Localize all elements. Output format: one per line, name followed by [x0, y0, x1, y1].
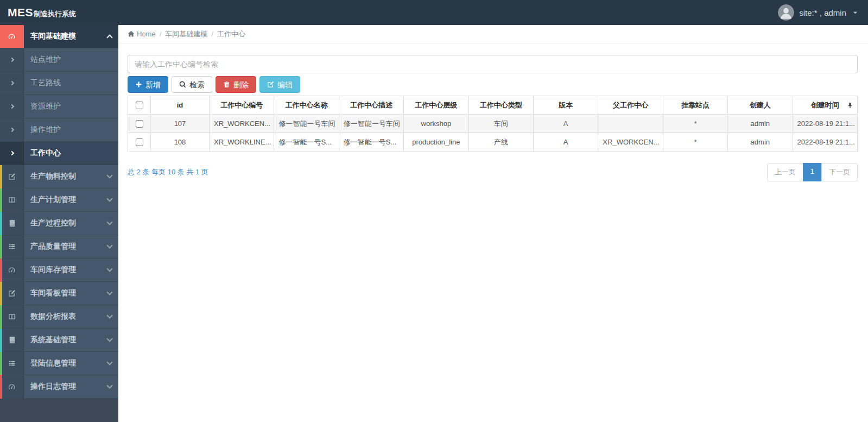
- plus-icon: [135, 81, 142, 88]
- prev-page-button[interactable]: 上一页: [767, 163, 803, 181]
- chevron-down-icon: [106, 336, 112, 342]
- column-header[interactable]: id: [151, 96, 210, 115]
- next-page-button[interactable]: 下一页: [821, 163, 858, 181]
- user-menu[interactable]: site:* , admin: [778, 4, 858, 21]
- chevron-down-icon: [106, 266, 112, 272]
- pencil-square-icon: [0, 282, 24, 305]
- chevron-down-icon: [106, 219, 112, 225]
- sidebar-item[interactable]: 登陆信息管理: [0, 352, 118, 375]
- color-strip: [0, 259, 2, 282]
- search-button[interactable]: 检索: [172, 76, 212, 93]
- color-strip: [0, 352, 2, 375]
- add-button[interactable]: 新增: [128, 76, 168, 93]
- color-strip: [0, 188, 2, 212]
- sidebar-item-label: 车间基础建模: [30, 32, 107, 41]
- chevron-right-icon: [0, 118, 24, 141]
- table-header-row: id工作中心编号工作中心名称工作中心描述工作中心层级工作中心类型版本父工作中心挂…: [128, 96, 858, 115]
- sidebar-item-label: 生产计划管理: [30, 195, 107, 205]
- sidebar-item[interactable]: 生产物料控制: [0, 165, 118, 188]
- sidebar-subitem[interactable]: 操作维护: [0, 118, 118, 142]
- pencil-square-icon: [0, 165, 24, 188]
- sidebar-item[interactable]: 生产过程控制: [0, 212, 118, 235]
- cell: 108: [151, 133, 210, 152]
- home-icon: [128, 30, 135, 37]
- work-center-table: id工作中心编号工作中心名称工作中心描述工作中心层级工作中心类型版本父工作中心挂…: [128, 96, 858, 152]
- search-input[interactable]: [128, 55, 858, 73]
- layout: 车间基础建模站点维护工艺路线资源维护操作维护工作中心生产物料控制生产计划管理生产…: [0, 25, 868, 422]
- cell: A: [533, 133, 598, 152]
- sidebar-item[interactable]: 产品质量管理: [0, 235, 118, 259]
- cell: 修一智能一号车间: [274, 115, 339, 133]
- sidebar-subitem[interactable]: 资源维护: [0, 95, 118, 118]
- column-header-label: 挂靠站点: [681, 101, 709, 109]
- sidebar-item[interactable]: 车间库存管理: [0, 259, 118, 282]
- cell: admin: [728, 115, 793, 133]
- breadcrumb-home[interactable]: Home: [137, 30, 156, 38]
- color-strip: [0, 329, 2, 352]
- sidebar-item[interactable]: 系统基础管理: [0, 329, 118, 352]
- cell: 产线: [468, 133, 533, 152]
- cell: 修一智能一号S...: [274, 133, 339, 152]
- column-header[interactable]: 挂靠站点: [663, 96, 727, 115]
- column-header-label: 创建时间: [811, 101, 839, 109]
- column-header[interactable]: 创建人: [728, 96, 793, 115]
- column-header[interactable]: 工作中心编号: [210, 96, 274, 115]
- row-checkbox[interactable]: [136, 138, 143, 146]
- sidebar-item-label: 车间看板管理: [30, 288, 107, 298]
- column-header[interactable]: 创建时间: [793, 96, 857, 115]
- list-icon: [0, 352, 24, 375]
- cell: XR_WORKLINE...: [210, 133, 274, 152]
- logo-mes: MES: [8, 6, 33, 19]
- row-checkbox[interactable]: [136, 120, 143, 128]
- column-header[interactable]: 工作中心描述: [339, 96, 403, 115]
- cell: *: [663, 115, 727, 133]
- column-header[interactable]: 工作中心类型: [468, 96, 533, 115]
- delete-button[interactable]: 删除: [216, 76, 256, 93]
- column-header-label: 工作中心层级: [415, 101, 457, 109]
- chevron-down-icon: [106, 242, 112, 248]
- column-header[interactable]: 工作中心层级: [404, 96, 468, 115]
- column-header[interactable]: 父工作中心: [598, 96, 663, 115]
- gauge-icon: [0, 25, 24, 48]
- cell: workshop: [404, 115, 468, 133]
- sidebar-subitem-label: 操作维护: [30, 125, 112, 135]
- table-row: 108XR_WORKLINE...修一智能一号S...修一智能一号S...pro…: [128, 133, 858, 152]
- page-1-button[interactable]: 1: [803, 163, 822, 181]
- columns-icon: [0, 305, 24, 328]
- sidebar-item[interactable]: 车间看板管理: [0, 282, 118, 305]
- chevron-right-icon: [0, 72, 24, 95]
- edit-button[interactable]: 编辑: [259, 76, 300, 93]
- sidebar-item[interactable]: 生产计划管理: [0, 188, 118, 212]
- column-header[interactable]: 版本: [533, 96, 598, 115]
- chevron-right-icon: [0, 142, 24, 165]
- color-strip: [0, 282, 2, 305]
- sidebar-item[interactable]: 数据分析报表: [0, 305, 118, 329]
- sidebar-item[interactable]: 操作日志管理: [0, 375, 118, 399]
- sidebar-subitem[interactable]: 站点维护: [0, 48, 118, 72]
- sidebar-subitem[interactable]: 工作中心: [0, 142, 118, 165]
- column-header-label: 工作中心名称: [286, 101, 328, 109]
- table-row: 107XR_WORKCEN...修一智能一号车间修一智能一号车间workshop…: [128, 115, 858, 133]
- gauge-icon: [0, 375, 24, 398]
- column-header-label: 工作中心类型: [480, 101, 522, 109]
- chevron-down-icon: [106, 172, 112, 178]
- cell: 2022-08-19 21:1...: [793, 133, 857, 152]
- column-header-label: 父工作中心: [613, 101, 648, 109]
- sidebar-subitem[interactable]: 工艺路线: [0, 72, 118, 95]
- chevron-down-icon: [106, 289, 112, 295]
- select-all-checkbox[interactable]: [136, 102, 143, 109]
- column-header-label: 工作中心编号: [220, 101, 263, 109]
- cell: admin: [728, 133, 793, 152]
- column-header[interactable]: 工作中心名称: [274, 96, 339, 115]
- pagination-summary[interactable]: 总 2 条 每页 10 条 共 1 页: [128, 167, 208, 177]
- sidebar-subitem-label: 工作中心: [30, 148, 112, 158]
- sidebar-item[interactable]: 车间基础建模: [0, 25, 118, 48]
- gauge-icon: [0, 259, 24, 281]
- user-label: site:* , admin: [799, 8, 846, 17]
- column-header-label: 创建人: [750, 101, 771, 109]
- cell: 车间: [468, 115, 533, 133]
- breadcrumb-item[interactable]: 车间基础建模: [165, 29, 207, 39]
- pin-icon[interactable]: [847, 102, 853, 109]
- top-navbar: MES 制造执行系统 site:* , admin: [0, 0, 868, 25]
- trash-icon: [223, 81, 230, 88]
